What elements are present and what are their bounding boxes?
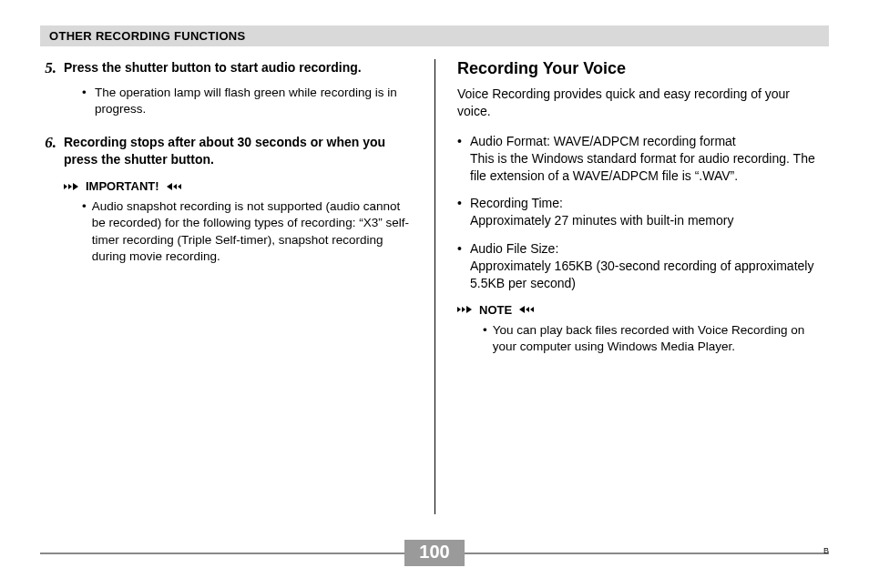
spec-list: • Audio Format: WAVE/ADPCM recording for… bbox=[457, 133, 820, 292]
important-callout: IMPORTANT! bbox=[64, 179, 413, 193]
bullet-dot-icon: • bbox=[457, 195, 465, 229]
bullet-text: Audio snapshot recording is not supporte… bbox=[92, 198, 413, 265]
arrow-left-icon bbox=[516, 305, 534, 314]
page-number-box: 100 bbox=[404, 540, 464, 566]
section-header-text: OTHER RECORDING FUNCTIONS bbox=[49, 29, 246, 43]
bullet-text: You can play back files recorded with Vo… bbox=[493, 322, 820, 355]
step-number: 5 bbox=[40, 59, 56, 77]
spec-item: • Audio File Size: Approximately 165KB (… bbox=[457, 240, 820, 292]
bullet-dot-icon: • bbox=[457, 133, 465, 185]
note-bullets: • You can play back files recorded with … bbox=[483, 322, 820, 355]
note-label: NOTE bbox=[479, 303, 512, 317]
spec-text: Recording Time: Approximately 27 minutes… bbox=[470, 195, 733, 229]
step-5: 5 Press the shutter button to start audi… bbox=[40, 59, 413, 77]
step-6: 6 Recording stops after about 30 seconds… bbox=[40, 134, 413, 168]
note-callout: NOTE bbox=[457, 303, 820, 317]
footer-line: 100 bbox=[40, 540, 829, 566]
step-text: Press the shutter button to start audio … bbox=[64, 59, 362, 77]
spec-text: Audio File Size: Approximately 165KB (30… bbox=[470, 240, 820, 292]
spec-text: Audio Format: WAVE/ADPCM recording forma… bbox=[470, 133, 820, 185]
spec-item: • Audio Format: WAVE/ADPCM recording for… bbox=[457, 133, 820, 185]
content-columns: 5 Press the shutter button to start audi… bbox=[40, 59, 829, 514]
important-bullets: • Audio snapshot recording is not suppor… bbox=[82, 198, 413, 265]
arrow-right-icon bbox=[64, 182, 82, 191]
manual-page: OTHER RECORDING FUNCTIONS 5 Press the sh… bbox=[0, 0, 869, 588]
step-5-bullets: • The operation lamp will flash green wh… bbox=[82, 85, 413, 117]
left-column: 5 Press the shutter button to start audi… bbox=[40, 59, 434, 514]
bullet-text: The operation lamp will flash green whil… bbox=[95, 85, 413, 117]
right-column: Recording Your Voice Voice Recording pro… bbox=[434, 59, 829, 514]
bullet-item: • The operation lamp will flash green wh… bbox=[82, 85, 413, 117]
corner-mark: B bbox=[823, 546, 829, 555]
page-number: 100 bbox=[419, 542, 449, 562]
section-intro: Voice Recording provides quick and easy … bbox=[457, 86, 820, 120]
bullet-dot-icon: • bbox=[483, 322, 487, 355]
section-title: Recording Your Voice bbox=[457, 59, 820, 78]
footer-rule-right bbox=[465, 553, 829, 554]
important-label: IMPORTANT! bbox=[86, 179, 159, 193]
step-number: 6 bbox=[40, 134, 56, 168]
arrow-left-icon bbox=[163, 182, 181, 191]
bullet-dot-icon: • bbox=[82, 198, 87, 265]
bullet-item: • You can play back files recorded with … bbox=[483, 322, 820, 355]
arrow-right-icon bbox=[457, 305, 475, 314]
spec-item: • Recording Time: Approximately 27 minut… bbox=[457, 195, 820, 229]
footer-rule-left bbox=[40, 553, 404, 554]
bullet-dot-icon: • bbox=[82, 85, 89, 117]
section-header: OTHER RECORDING FUNCTIONS bbox=[40, 25, 829, 46]
bullet-item: • Audio snapshot recording is not suppor… bbox=[82, 198, 413, 265]
bullet-dot-icon: • bbox=[457, 240, 465, 292]
step-text: Recording stops after about 30 seconds o… bbox=[64, 134, 413, 168]
page-footer: 100 B bbox=[40, 540, 829, 566]
